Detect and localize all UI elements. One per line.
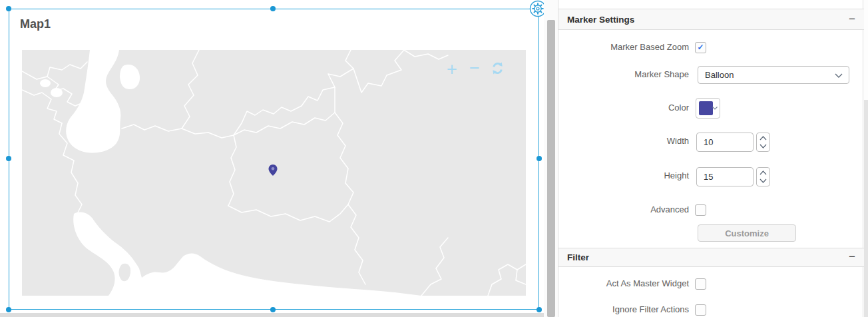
section-title: Marker Settings bbox=[567, 15, 634, 25]
act-as-master-widget-label: Act As Master Widget bbox=[558, 278, 689, 289]
spinner-down-icon[interactable] bbox=[760, 144, 767, 149]
section-header-filter[interactable]: Filter − bbox=[558, 248, 864, 267]
panel-scrollbar[interactable] bbox=[864, 0, 868, 317]
height-label: Height bbox=[558, 170, 689, 181]
width-spinner[interactable] bbox=[756, 133, 770, 152]
chevron-down-icon bbox=[712, 107, 718, 110]
advanced-label: Advanced bbox=[558, 204, 689, 215]
widget-title: Map1 bbox=[20, 17, 51, 31]
advanced-checkbox[interactable] bbox=[695, 204, 706, 216]
map-reset-icon[interactable] bbox=[491, 61, 505, 75]
properties-panel: Marker Settings − Marker Based Zoom ✓ Ma… bbox=[558, 0, 863, 317]
section-header-marker-settings[interactable]: Marker Settings − bbox=[558, 9, 864, 30]
collapse-icon[interactable]: − bbox=[849, 250, 855, 264]
color-label: Color bbox=[558, 103, 689, 113]
height-input[interactable] bbox=[696, 167, 754, 186]
spinner-up-icon[interactable] bbox=[760, 170, 767, 175]
resize-handle-top-left[interactable] bbox=[6, 6, 11, 11]
spinner-down-icon[interactable] bbox=[760, 178, 767, 183]
design-canvas[interactable]: Map1 bbox=[0, 0, 544, 317]
map-zoom-in-button[interactable]: + bbox=[447, 61, 457, 79]
marker-shape-label: Marker Shape bbox=[558, 69, 689, 80]
act-as-master-widget-checkbox[interactable] bbox=[695, 278, 706, 290]
customize-button[interactable]: Customize bbox=[698, 224, 796, 242]
color-picker-button[interactable] bbox=[696, 98, 720, 119]
ignore-filter-actions-checkbox[interactable] bbox=[695, 304, 706, 316]
chevron-down-icon bbox=[835, 73, 843, 78]
section-title: Filter bbox=[567, 252, 589, 262]
dashboard-designer: Map1 bbox=[0, 0, 868, 317]
marker-shape-dropdown[interactable]: Balloon bbox=[698, 66, 849, 84]
map-widget[interactable]: + − bbox=[22, 50, 526, 296]
height-spinner[interactable] bbox=[756, 167, 770, 186]
panel-scrollbar-thumb[interactable] bbox=[864, 100, 868, 317]
color-swatch bbox=[699, 101, 713, 115]
map-zoom-out-button[interactable]: − bbox=[469, 59, 480, 77]
width-input[interactable] bbox=[696, 133, 754, 152]
marker-shape-value: Balloon bbox=[705, 70, 734, 80]
canvas-scrollbar[interactable] bbox=[544, 0, 558, 317]
marker-based-zoom-label: Marker Based Zoom bbox=[558, 42, 689, 53]
resize-handle-bottom-center[interactable] bbox=[270, 307, 276, 312]
canvas-bottom-strip bbox=[0, 313, 544, 317]
resize-handle-bottom-right[interactable] bbox=[537, 307, 542, 312]
canvas-scrollbar-thumb[interactable] bbox=[547, 20, 555, 317]
resize-handle-top-center[interactable] bbox=[270, 6, 276, 11]
width-label: Width bbox=[558, 136, 689, 147]
resize-handle-middle-right[interactable] bbox=[537, 156, 542, 161]
resize-handle-middle-left[interactable] bbox=[6, 156, 11, 161]
map-graphic bbox=[22, 50, 526, 296]
ignore-filter-actions-label: Ignore Filter Actions bbox=[558, 304, 689, 315]
spinner-up-icon[interactable] bbox=[760, 136, 767, 141]
resize-handle-bottom-left[interactable] bbox=[6, 307, 11, 312]
collapse-icon[interactable]: − bbox=[849, 13, 855, 26]
marker-based-zoom-checkbox[interactable]: ✓ bbox=[695, 42, 706, 53]
